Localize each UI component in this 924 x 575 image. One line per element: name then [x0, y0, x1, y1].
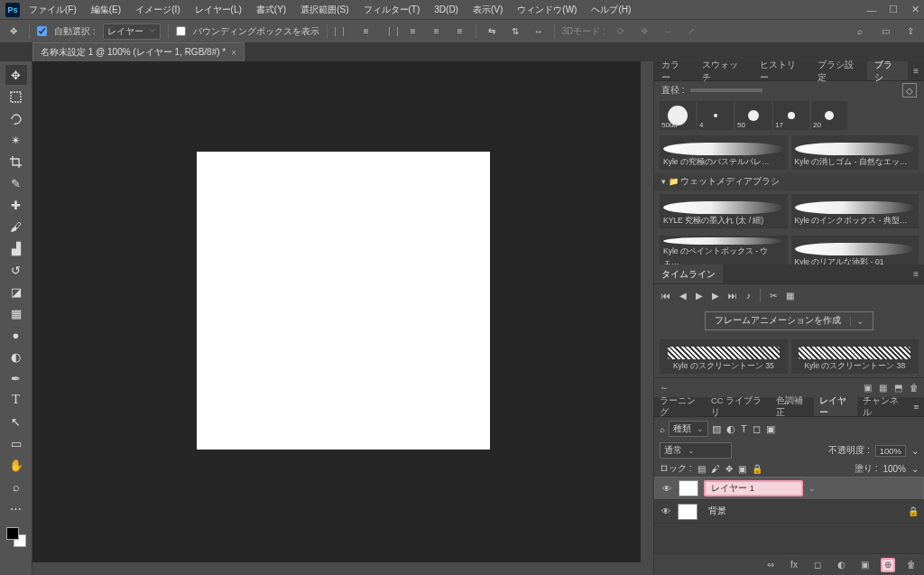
tl-cut-icon[interactable]: ✂	[770, 291, 777, 301]
layer-thumb[interactable]	[678, 504, 698, 520]
search-icon[interactable]: ⌕	[852, 23, 868, 40]
brush-preset[interactable]: 17	[773, 101, 809, 130]
menu-edit[interactable]: 編集(E)	[86, 4, 126, 16]
panel-menu-icon[interactable]: ≡	[908, 61, 924, 80]
tab-learning[interactable]: ラーニング	[654, 397, 706, 416]
brush-preset[interactable]: 5000	[660, 101, 696, 130]
brush-diameter-slider[interactable]	[690, 88, 762, 92]
window-minimize-icon[interactable]: —	[863, 5, 881, 15]
edit-toolbar-icon[interactable]: ⋯	[5, 498, 27, 518]
dist-h-icon[interactable]: ⇆	[484, 23, 500, 40]
3d-scale-icon[interactable]: ⤢	[683, 23, 699, 40]
auto-select-target-select[interactable]: レイヤー	[103, 23, 161, 40]
menu-view[interactable]: 表示(V)	[467, 4, 508, 16]
auto-select-checkbox[interactable]	[37, 26, 47, 36]
pen-tool-icon[interactable]: ✒	[5, 368, 27, 388]
wand-tool-icon[interactable]: ✴	[5, 130, 27, 150]
align-left-icon[interactable]: ⎸⎸	[335, 23, 351, 40]
dist-spacing-icon[interactable]: ↔	[531, 23, 547, 40]
stamp-tool-icon[interactable]: ▟	[5, 238, 27, 258]
window-maximize-icon[interactable]: ☐	[884, 4, 902, 15]
fill-value[interactable]: 100%	[882, 464, 906, 474]
layer-name[interactable]: レイヤー 1	[704, 480, 803, 496]
tl-prev-icon[interactable]: ◀	[679, 291, 687, 301]
blur-tool-icon[interactable]: ●	[5, 325, 27, 345]
hand-tool-icon[interactable]: ✋	[5, 455, 27, 475]
brush-item[interactable]: Kyle のインクボックス - 典型…	[791, 194, 919, 228]
brush-item[interactable]: Kyle の究極のパステルパレ…	[660, 135, 788, 170]
menu-select[interactable]: 選択範囲(S)	[295, 4, 354, 16]
brush-new-icon[interactable]: ▦	[879, 383, 887, 393]
visibility-icon[interactable]: 👁	[661, 484, 673, 494]
brush-save-icon[interactable]: ⬒	[894, 383, 902, 393]
new-layer-icon[interactable]: ⊕	[881, 558, 895, 572]
show-transform-checkbox[interactable]	[176, 26, 186, 36]
blend-mode-select[interactable]: 通常	[660, 442, 732, 459]
tab-timeline[interactable]: タイムライン	[654, 264, 723, 283]
align-hcenter-icon[interactable]: ≡	[358, 23, 374, 40]
opacity-value[interactable]: 100%	[875, 445, 906, 457]
layer-fx-icon[interactable]: fx	[787, 558, 801, 572]
type-tool-icon[interactable]: T	[5, 390, 27, 410]
lock-brush-icon[interactable]: 🖌	[711, 464, 720, 474]
layer-thumb[interactable]	[679, 480, 698, 496]
canvas-hscrollbar[interactable]	[32, 562, 653, 575]
marquee-tool-icon[interactable]	[5, 87, 27, 107]
layer-row[interactable]: 👁 背景 🔒	[654, 500, 924, 524]
visibility-icon[interactable]: 👁	[660, 506, 672, 516]
tab-brush[interactable]: ブラシ	[867, 61, 908, 80]
create-frame-animation-button[interactable]: フレームアニメーションを作成	[705, 311, 873, 330]
eraser-tool-icon[interactable]: ◪	[5, 282, 27, 301]
layer-filter-icon[interactable]: ⌕	[660, 424, 665, 434]
tab-layers[interactable]: レイヤー	[814, 397, 857, 416]
tab-brushset[interactable]: ブラシ設定	[810, 61, 868, 80]
layer-mask-icon[interactable]: ◻	[810, 558, 825, 572]
crop-tool-icon[interactable]	[5, 152, 27, 172]
tab-channels[interactable]: チャンネル	[857, 397, 909, 416]
tab-color[interactable]: カラー	[654, 61, 695, 80]
canvas-document[interactable]	[197, 152, 490, 450]
path-tool-icon[interactable]: ↖	[5, 412, 27, 431]
filter-smart-icon[interactable]: ▣	[766, 423, 775, 435]
brush-item[interactable]: Kyle のスクリーントーン 35	[660, 339, 788, 374]
dist-v-icon[interactable]: ⇅	[507, 23, 523, 40]
layer-name[interactable]: 背景	[703, 504, 802, 520]
menu-3d[interactable]: 3D(D)	[429, 5, 464, 14]
document-tab[interactable]: 名称未設定 1 @ 100% (レイヤー 1, RGB/8#) * ×	[32, 42, 245, 61]
tl-first-icon[interactable]: ⏮	[661, 291, 670, 301]
tab-adjust[interactable]: 色調補正	[771, 397, 814, 416]
layer-group-icon[interactable]: ▣	[857, 558, 872, 572]
menu-file[interactable]: ファイル(F)	[23, 4, 82, 16]
tab-cclib[interactable]: CC ライブラリ	[706, 397, 771, 416]
healing-tool-icon[interactable]: ✚	[5, 195, 27, 215]
menu-type[interactable]: 書式(Y)	[251, 4, 291, 16]
align-vcenter-icon[interactable]: ≡	[429, 23, 445, 40]
menu-filter[interactable]: フィルター(T)	[358, 4, 426, 16]
tab-swatch[interactable]: スウォッチ	[695, 61, 753, 80]
tl-audio-icon[interactable]: ♪	[746, 291, 751, 301]
tab-history[interactable]: ヒストリー	[753, 61, 810, 80]
brush-folder[interactable]: ウェットメディアブラシ	[654, 173, 924, 190]
panel-menu-icon[interactable]: ≡	[908, 264, 924, 283]
lock-artboard-icon[interactable]: ▣	[738, 464, 746, 474]
zoom-tool-icon[interactable]: ⌕	[5, 477, 27, 496]
canvas-vscrollbar[interactable]	[641, 61, 653, 562]
filter-shape-icon[interactable]: ◻	[753, 423, 761, 435]
align-top-icon[interactable]: ≡	[405, 23, 421, 40]
fill-caret-icon[interactable]: ⌄	[911, 464, 919, 474]
move-tool-icon[interactable]: ✥	[5, 65, 27, 85]
opacity-caret-icon[interactable]: ⌄	[911, 446, 919, 456]
panel-menu-icon[interactable]: ≡	[908, 397, 924, 416]
brush-item[interactable]: KYLE 究極の墨入れ (太 / 細)	[660, 194, 788, 228]
brush-tool-icon[interactable]: 🖌	[5, 217, 27, 236]
align-right-icon[interactable]: ⎹⎹	[382, 23, 398, 40]
menu-layer[interactable]: レイヤー(L)	[189, 4, 247, 16]
tl-last-icon[interactable]: ⏭	[728, 291, 737, 301]
layer-kind-select[interactable]: 種類	[669, 421, 708, 437]
dodge-tool-icon[interactable]: ◐	[5, 347, 27, 366]
gradient-tool-icon[interactable]: ▦	[5, 303, 27, 323]
brush-preset[interactable]: 4	[698, 101, 734, 130]
menu-image[interactable]: イメージ(I)	[130, 4, 185, 16]
brush-item[interactable]: Kyle のスクリーントーン 38	[791, 339, 919, 374]
shape-tool-icon[interactable]: ▭	[5, 433, 27, 453]
